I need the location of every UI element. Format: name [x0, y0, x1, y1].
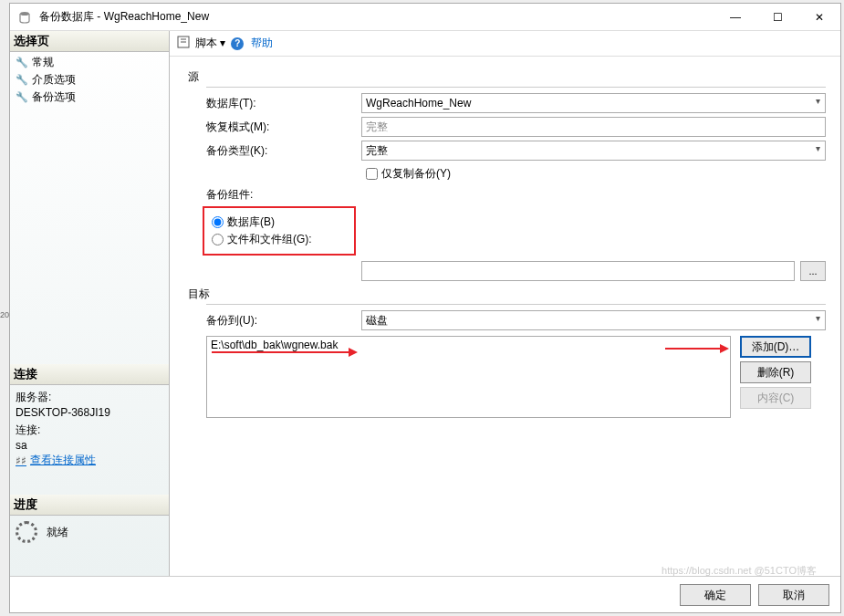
copy-only-label: 仅复制备份(Y) — [381, 166, 451, 182]
window-title: 备份数据库 - WgReachHome_New — [39, 9, 714, 25]
add-button[interactable]: 添加(D)… — [740, 336, 811, 358]
select-pages-header: 选择页 — [10, 31, 169, 52]
gutter-marker: 20 — [0, 310, 7, 319]
radio-database-label: 数据库(B) — [227, 214, 275, 230]
ok-button[interactable]: 确定 — [680, 584, 751, 606]
remove-button[interactable]: 删除(R) — [740, 361, 811, 383]
content-toolbar: 脚本 ▾ ? 帮助 — [170, 31, 840, 57]
destination-list[interactable]: E:\soft\db_bak\wgnew.bak — [206, 336, 731, 418]
connection-header: 连接 — [10, 364, 169, 385]
progress-status: 就绪 — [10, 516, 169, 548]
help-icon: ? — [231, 37, 244, 50]
radio-filegroup[interactable] — [212, 234, 224, 245]
sidebar-item-label: 备份选项 — [32, 89, 76, 105]
divider — [206, 87, 826, 88]
sidebar-item-label: 介质选项 — [32, 72, 76, 88]
content-pane: 脚本 ▾ ? 帮助 源 数据库(T): WgReachHome_New 恢复模式… — [170, 31, 840, 576]
backup-to-select[interactable]: 磁盘 — [361, 310, 826, 330]
conn-value: sa — [16, 439, 163, 452]
filegroup-field[interactable] — [361, 261, 795, 281]
backup-to-label: 备份到(U): — [206, 313, 361, 329]
copy-only-checkbox[interactable] — [366, 168, 378, 180]
content-button[interactable]: 内容(C) — [740, 387, 811, 409]
dest-group-label: 目标 — [188, 287, 826, 302]
backup-type-label: 备份类型(K): — [206, 143, 361, 159]
sidebar-item-media[interactable]: 🔧介质选项 — [12, 71, 167, 89]
cancel-button[interactable]: 取消 — [758, 584, 829, 606]
server-label: 服务器: — [16, 390, 163, 405]
radio-database[interactable] — [212, 216, 224, 228]
progress-ring-icon — [16, 521, 37, 543]
view-connection-props-link[interactable]: ♯♯ 查看连接属性 — [16, 453, 163, 468]
wrench-icon: 🔧 — [16, 91, 28, 103]
sidebar: 选择页 🔧常规 🔧介质选项 🔧备份选项 连接 服务器: DESKTOP-368J… — [10, 31, 170, 576]
backup-type-select[interactable]: 完整 — [361, 141, 826, 161]
divider — [206, 304, 826, 305]
connection-info: 服务器: DESKTOP-368JI19 连接: sa ♯♯ 查看连接属性 — [10, 385, 169, 473]
svg-point-0 — [20, 12, 29, 16]
component-group-highlight: 数据库(B) 文件和文件组(G): — [203, 206, 356, 256]
plug-icon: ♯♯ — [16, 454, 26, 467]
filegroup-browse-button[interactable]: ... — [800, 261, 826, 281]
sidebar-item-label: 常规 — [32, 55, 54, 70]
dialog-footer: 确定 取消 — [10, 576, 840, 612]
link-text: 查看连接属性 — [30, 453, 96, 468]
radio-filegroup-label: 文件和文件组(G): — [227, 232, 312, 247]
progress-header: 进度 — [10, 495, 169, 516]
titlebar: 备份数据库 - WgReachHome_New — ☐ ✕ — [10, 4, 840, 31]
progress-text: 就绪 — [47, 525, 68, 540]
dialog-window: 备份数据库 - WgReachHome_New — ☐ ✕ 选择页 🔧常规 🔧介… — [9, 3, 841, 613]
sidebar-item-backup-options[interactable]: 🔧备份选项 — [12, 89, 167, 106]
script-dropdown[interactable]: 脚本 ▾ — [195, 36, 225, 51]
close-button[interactable]: ✕ — [798, 4, 840, 31]
script-icon — [177, 36, 190, 51]
sidebar-item-general[interactable]: 🔧常规 — [12, 54, 167, 71]
help-link[interactable]: 帮助 — [251, 36, 273, 51]
wrench-icon: 🔧 — [16, 74, 28, 86]
source-group-label: 源 — [188, 69, 826, 85]
backup-component-label: 备份组件: — [206, 187, 826, 203]
db-icon — [17, 10, 32, 25]
maximize-button[interactable]: ☐ — [756, 4, 798, 31]
database-select[interactable]: WgReachHome_New — [361, 93, 826, 113]
wrench-icon: 🔧 — [16, 57, 28, 68]
conn-label: 连接: — [16, 423, 163, 438]
recovery-mode-label: 恢复模式(M): — [206, 120, 361, 135]
database-label: 数据库(T): — [206, 96, 361, 111]
destination-item[interactable]: E:\soft\db_bak\wgnew.bak — [211, 339, 726, 351]
minimize-button[interactable]: — — [714, 4, 756, 31]
server-value: DESKTOP-368JI19 — [16, 406, 163, 419]
recovery-mode-field — [361, 117, 826, 137]
